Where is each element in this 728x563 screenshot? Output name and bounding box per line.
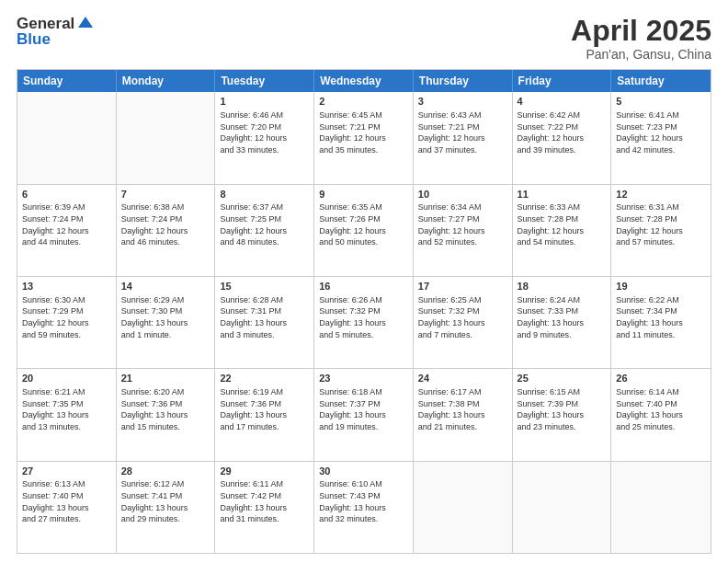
calendar-cell: 2Sunrise: 6:45 AMSunset: 7:21 PMDaylight… [314,92,414,183]
cell-info: Daylight: 13 hours [121,409,210,421]
cell-info: Daylight: 13 hours [220,317,309,329]
cell-info: Daylight: 13 hours [319,502,408,514]
cell-info: and 25 minutes. [616,421,706,433]
cell-info: Sunset: 7:32 PM [418,305,507,317]
calendar-cell [17,92,117,183]
calendar-cell: 19Sunrise: 6:22 AMSunset: 7:34 PMDayligh… [611,277,711,368]
cell-info: Sunrise: 6:33 AM [518,201,607,213]
cell-info: Daylight: 12 hours [22,317,111,329]
cell-info: Sunset: 7:41 PM [121,490,210,502]
cell-info: Daylight: 13 hours [418,409,507,421]
day-number: 26 [616,372,706,385]
cell-info: and 42 minutes. [616,144,706,156]
cell-info: Sunset: 7:21 PM [418,121,507,133]
calendar-cell: 27Sunrise: 6:13 AMSunset: 7:40 PMDayligh… [17,462,117,553]
cell-info: and 39 minutes. [518,144,607,156]
calendar-cell: 5Sunrise: 6:41 AMSunset: 7:23 PMDaylight… [611,92,711,183]
cell-info: Daylight: 13 hours [121,317,210,329]
cell-info: Daylight: 12 hours [418,225,507,237]
day-number: 30 [319,465,408,478]
cell-info: Sunset: 7:27 PM [418,213,507,225]
cell-info: Sunset: 7:30 PM [121,305,210,317]
calendar-cell: 26Sunrise: 6:14 AMSunset: 7:40 PMDayligh… [611,369,711,460]
day-number: 21 [121,372,210,385]
cell-info: and 46 minutes. [121,236,210,248]
calendar-cell: 23Sunrise: 6:18 AMSunset: 7:37 PMDayligh… [314,369,414,460]
day-number: 3 [418,95,507,109]
cell-info: Sunrise: 6:22 AM [616,294,706,306]
calendar: SundayMondayTuesdayWednesdayThursdayFrid… [17,69,711,554]
day-number: 15 [220,280,309,293]
logo-icon [76,15,95,33]
cell-info: Sunset: 7:36 PM [220,398,309,410]
calendar-cell [513,462,612,553]
day-number: 19 [616,280,706,293]
cell-info: Sunset: 7:37 PM [319,398,408,410]
cell-info: Sunrise: 6:18 AM [319,386,408,398]
cell-info: Daylight: 12 hours [220,132,309,144]
day-number: 29 [220,465,309,478]
cell-info: Sunrise: 6:35 AM [319,201,408,213]
calendar-header-cell: Saturday [611,70,711,92]
cell-info: Sunrise: 6:20 AM [121,386,210,398]
cell-info: and 17 minutes. [220,421,309,433]
calendar-cell [611,462,711,553]
calendar-cell: 12Sunrise: 6:31 AMSunset: 7:28 PMDayligh… [611,185,711,276]
cell-info: Daylight: 13 hours [518,409,607,421]
cell-info: Sunset: 7:43 PM [319,490,408,502]
calendar-cell: 11Sunrise: 6:33 AMSunset: 7:28 PMDayligh… [513,185,612,276]
calendar-cell: 13Sunrise: 6:30 AMSunset: 7:29 PMDayligh… [17,277,117,368]
cell-info: Sunrise: 6:37 AM [220,201,309,213]
calendar-cell: 22Sunrise: 6:19 AMSunset: 7:36 PMDayligh… [215,369,314,460]
calendar-cell: 7Sunrise: 6:38 AMSunset: 7:24 PMDaylight… [117,185,216,276]
cell-info: Daylight: 13 hours [22,502,111,514]
cell-info: Daylight: 13 hours [418,317,507,329]
calendar-cell: 21Sunrise: 6:20 AMSunset: 7:36 PMDayligh… [117,369,216,460]
calendar-header: SundayMondayTuesdayWednesdayThursdayFrid… [17,70,711,92]
cell-info: Sunrise: 6:43 AM [418,109,507,121]
cell-info: Sunset: 7:33 PM [518,305,607,317]
day-number: 1 [220,95,309,109]
cell-info: Sunset: 7:26 PM [319,213,408,225]
cell-info: Sunrise: 6:14 AM [616,386,706,398]
cell-info: and 21 minutes. [418,421,507,433]
calendar-cell: 25Sunrise: 6:15 AMSunset: 7:39 PMDayligh… [513,369,612,460]
cell-info: and 37 minutes. [418,144,507,156]
calendar-row: 6Sunrise: 6:39 AMSunset: 7:24 PMDaylight… [17,185,711,277]
cell-info: Sunrise: 6:28 AM [220,294,309,306]
cell-info: Sunrise: 6:41 AM [616,109,706,121]
cell-info: and 1 minute. [121,329,210,341]
cell-info: Sunrise: 6:34 AM [418,201,507,213]
cell-info: Daylight: 13 hours [518,317,607,329]
cell-info: Sunset: 7:28 PM [616,213,706,225]
cell-info: Sunset: 7:42 PM [220,490,309,502]
calendar-cell: 30Sunrise: 6:10 AMSunset: 7:43 PMDayligh… [314,462,414,553]
calendar-cell: 4Sunrise: 6:42 AMSunset: 7:22 PMDaylight… [513,92,612,183]
day-number: 14 [121,280,210,293]
calendar-row: 27Sunrise: 6:13 AMSunset: 7:40 PMDayligh… [17,462,711,553]
day-number: 8 [220,188,309,201]
cell-info: and 59 minutes. [22,329,111,341]
day-number: 24 [418,372,507,385]
cell-info: Sunrise: 6:19 AM [220,386,309,398]
day-number: 27 [22,465,111,478]
cell-info: Sunrise: 6:45 AM [319,109,408,121]
calendar-row: 1Sunrise: 6:46 AMSunset: 7:20 PMDaylight… [17,92,711,184]
cell-info: Daylight: 12 hours [22,225,111,237]
cell-info: and 33 minutes. [220,144,309,156]
cell-info: and 15 minutes. [121,421,210,433]
cell-info: Daylight: 13 hours [22,409,111,421]
day-number: 20 [22,372,111,385]
cell-info: and 27 minutes. [22,513,111,525]
cell-info: Daylight: 12 hours [220,225,309,237]
cell-info: Sunrise: 6:30 AM [22,294,111,306]
cell-info: Sunset: 7:24 PM [121,213,210,225]
logo: General Blue [17,15,95,49]
calendar-body: 1Sunrise: 6:46 AMSunset: 7:20 PMDaylight… [17,92,711,553]
cell-info: Sunset: 7:31 PM [220,305,309,317]
svg-marker-0 [78,17,93,28]
cell-info: Daylight: 12 hours [616,132,706,144]
main-title: April 2025 [571,15,711,47]
cell-info: Sunrise: 6:42 AM [518,109,607,121]
day-number: 7 [121,188,210,201]
